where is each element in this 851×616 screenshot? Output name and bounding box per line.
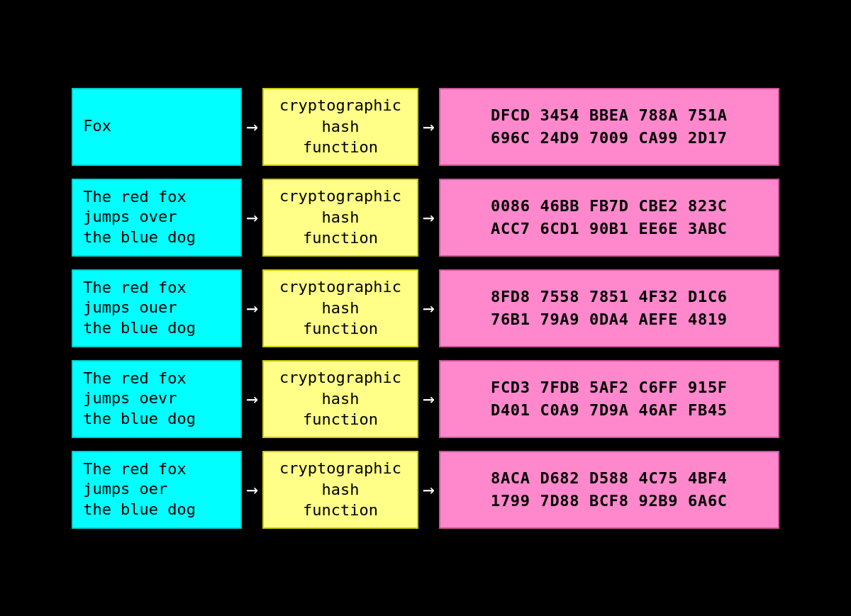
hash-box-3: cryptographic hash function: [262, 269, 418, 347]
input-box-1: Fox: [72, 88, 242, 166]
arrow-1-row-5: →: [242, 478, 262, 501]
input-box-3: The red fox jumps ouer the blue dog: [72, 269, 242, 347]
arrow-2-row-2: →: [418, 206, 439, 229]
arrow-2-row-1: →: [418, 115, 439, 138]
output-box-2: 0086 46BB FB7D CBE2 823CACC7 6CD1 90B1 E…: [439, 179, 779, 257]
arrow-1-row-3: →: [242, 296, 262, 320]
input-box-4: The red fox jumps oevr the blue dog: [72, 360, 242, 438]
diagram-row-5: The red fox jumps oer the blue dog→crypt…: [72, 451, 779, 529]
arrow-2-row-5: →: [418, 478, 439, 501]
arrow-2-row-4: →: [418, 387, 439, 410]
diagram: Fox→cryptographic hash function→DFCD 345…: [57, 74, 794, 543]
hash-box-2: cryptographic hash function: [262, 179, 418, 257]
output-box-1: DFCD 3454 BBEA 788A 751A696C 24D9 7009 C…: [439, 88, 779, 166]
output-box-4: FCD3 7FDB 5AF2 C6FF 915FD401 C0A9 7D9A 4…: [439, 360, 779, 438]
hash-box-1: cryptographic hash function: [262, 88, 418, 166]
arrow-1-row-2: →: [242, 206, 262, 229]
output-box-5: 8ACA D682 D588 4C75 4BF41799 7D88 BCF8 9…: [439, 451, 779, 529]
arrow-1-row-4: →: [242, 387, 262, 410]
input-box-5: The red fox jumps oer the blue dog: [72, 451, 242, 529]
diagram-row-3: The red fox jumps ouer the blue dog→cryp…: [72, 269, 779, 347]
hash-box-5: cryptographic hash function: [262, 451, 418, 529]
diagram-row-1: Fox→cryptographic hash function→DFCD 345…: [72, 88, 779, 166]
arrow-1-row-1: →: [242, 115, 262, 138]
diagram-row-4: The red fox jumps oevr the blue dog→cryp…: [72, 360, 779, 438]
diagram-row-2: The red fox jumps over the blue dog→cryp…: [72, 179, 779, 257]
hash-box-4: cryptographic hash function: [262, 360, 418, 438]
arrow-2-row-3: →: [418, 296, 439, 320]
input-box-2: The red fox jumps over the blue dog: [72, 179, 242, 257]
output-box-3: 8FD8 7558 7851 4F32 D1C676B1 79A9 0DA4 A…: [439, 269, 779, 347]
